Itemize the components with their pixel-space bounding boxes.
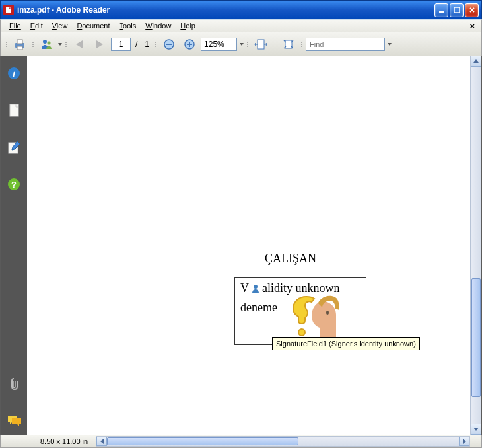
menu-help[interactable]: Help <box>176 20 200 31</box>
next-page-button[interactable] <box>90 35 109 54</box>
svg-rect-0 <box>439 11 444 13</box>
scroll-down-button[interactable] <box>471 424 481 435</box>
collaborate-button[interactable] <box>37 35 55 54</box>
page-size-label: 8.50 x 11.00 in <box>1 437 96 445</box>
vertical-scrollbar[interactable] <box>470 56 481 435</box>
svg-rect-3 <box>17 40 22 44</box>
signatures-icon[interactable] <box>7 140 21 155</box>
scroll-right-button[interactable] <box>459 437 469 446</box>
close-button[interactable] <box>465 3 479 17</box>
svg-point-22 <box>298 329 305 336</box>
zoom-dropdown[interactable] <box>239 35 244 54</box>
attachments-icon[interactable] <box>7 377 21 391</box>
svg-point-6 <box>48 41 51 44</box>
toolbar: / 1 <box>0 32 482 56</box>
person-icon <box>250 283 261 294</box>
page-number-input[interactable] <box>111 38 131 51</box>
find-dropdown[interactable] <box>387 35 392 54</box>
comments-icon[interactable] <box>7 414 21 428</box>
print-button[interactable] <box>11 35 29 54</box>
hscroll-track[interactable] <box>107 437 459 446</box>
signature-field[interactable]: V alidity unknown deneme <box>234 277 366 345</box>
toolbar-grip[interactable] <box>154 36 158 52</box>
statusbar: 8.50 x 11.00 in <box>0 435 482 448</box>
menu-file[interactable]: File <box>5 20 26 31</box>
document-heading: ÇALIŞAN <box>265 252 316 266</box>
page-content: ÇALIŞAN V alidity unknown deneme <box>27 56 470 435</box>
svg-rect-1 <box>454 7 460 13</box>
signature-question-icon <box>287 291 349 344</box>
info-icon[interactable]: i <box>7 66 21 81</box>
menu-view[interactable]: View <box>48 20 73 31</box>
prev-page-button[interactable] <box>70 35 88 54</box>
page-separator: / <box>133 40 140 49</box>
scroll-left-button[interactable] <box>96 437 107 446</box>
svg-text:?: ? <box>11 180 17 190</box>
menu-document[interactable]: Document <box>72 20 114 31</box>
horizontal-scrollbar[interactable] <box>96 436 470 447</box>
content-area: i ? ÇALIŞAN V alidity <box>0 56 482 435</box>
menubar: File Edit View Document Tools Window Hel… <box>0 19 482 32</box>
toolbar-grip[interactable] <box>31 36 35 52</box>
signature-tooltip: SignatureField1 (Signer's identity unkno… <box>272 337 420 350</box>
help-icon[interactable]: ? <box>7 177 21 192</box>
hscroll-thumb[interactable] <box>107 437 298 445</box>
page-total: 1 <box>142 40 152 49</box>
svg-point-20 <box>254 285 258 289</box>
menu-edit[interactable]: Edit <box>26 20 48 31</box>
toolbar-grip[interactable] <box>5 36 9 52</box>
minimize-button[interactable] <box>434 3 448 17</box>
svg-text:i: i <box>13 69 15 79</box>
find-input[interactable] <box>306 38 385 51</box>
document-close-button[interactable]: × <box>467 21 477 31</box>
maximize-button[interactable] <box>450 3 464 17</box>
scroll-thumb[interactable] <box>471 278 481 397</box>
scroll-track[interactable] <box>471 67 481 424</box>
svg-point-21 <box>326 311 329 315</box>
zoom-in-button[interactable] <box>180 35 199 54</box>
menu-tools[interactable]: Tools <box>115 20 141 31</box>
svg-rect-13 <box>285 40 292 48</box>
page-view[interactable]: ÇALIŞAN V alidity unknown deneme <box>27 56 470 435</box>
app-icon <box>3 5 14 15</box>
svg-rect-11 <box>189 42 190 47</box>
fit-page-button[interactable] <box>279 35 298 54</box>
svg-rect-8 <box>166 44 172 45</box>
window-title: imza.pdf - Adobe Reader <box>17 5 434 15</box>
svg-rect-16 <box>10 104 18 116</box>
menu-window[interactable]: Window <box>141 20 176 31</box>
collaborate-dropdown[interactable] <box>57 35 62 54</box>
svg-rect-4 <box>17 46 22 50</box>
titlebar: imza.pdf - Adobe Reader <box>0 0 482 19</box>
fit-width-button[interactable] <box>252 35 270 54</box>
window-controls <box>434 3 479 17</box>
sidebar: i ? <box>1 56 27 435</box>
zoom-input[interactable] <box>201 38 237 51</box>
toolbar-grip[interactable] <box>64 36 68 52</box>
pages-icon[interactable] <box>7 103 21 118</box>
document-area: ÇALIŞAN V alidity unknown deneme <box>27 56 481 435</box>
toolbar-grip[interactable] <box>300 36 304 52</box>
svg-point-5 <box>43 40 47 44</box>
toolbar-grip[interactable] <box>246 36 250 52</box>
scroll-up-button[interactable] <box>471 56 481 67</box>
svg-rect-12 <box>258 40 264 49</box>
zoom-out-button[interactable] <box>160 35 178 54</box>
